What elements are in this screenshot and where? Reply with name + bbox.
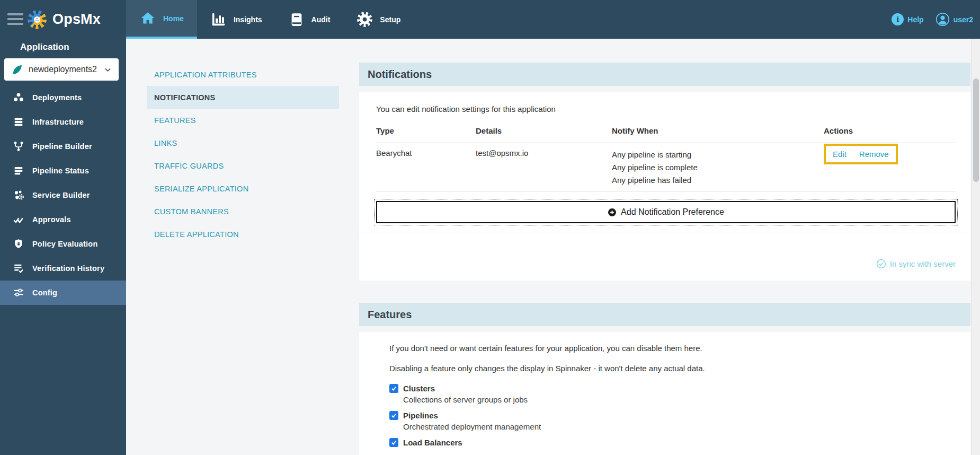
config-nav-label: APPLICATION ATTRIBUTES [154,71,257,79]
config-nav-custom-banners[interactable]: CUSTOM BANNERS [147,200,339,223]
add-notification-preference-button[interactable]: Add Notification Preference [376,201,956,223]
column-header-notify-when: Notify When [612,126,824,135]
top-navigation-bar: OpsMx Home Insights Audit [0,0,980,39]
tab-audit[interactable]: Audit [275,0,344,39]
features-section-header: Features [359,303,970,326]
sidebar-item-label: Pipeline Builder [32,142,92,151]
notification-table-row: Bearychat test@opsmx.io Any pipeline is … [376,143,956,191]
add-notification-preference-label: Add Notification Preference [621,207,724,217]
notification-details-cell: test@opsmx.io [476,148,612,187]
tab-audit-label: Audit [311,15,331,24]
config-nav-traffic-guards[interactable]: TRAFFIC GUARDS [147,154,339,177]
policy-evaluation-shield-icon [13,238,24,250]
feature-clusters: Clusters Collections of server groups or… [389,384,956,404]
sidebar: Application newdeployments2 Deployments … [0,39,126,455]
pipeline-status-icon [13,165,24,177]
service-builder-icon [13,189,24,201]
sidebar-item-label: Config [32,288,57,297]
sidebar-item-approvals[interactable]: Approvals [0,207,126,232]
sidebar-item-infrastructure[interactable]: Infrastructure [0,110,126,134]
check-icon [390,439,397,446]
notifications-intro: You can edit notification settings for t… [376,104,956,113]
config-nav-serialize-application[interactable]: SERIALIZE APPLICATION [147,177,339,200]
clusters-checkbox[interactable] [389,384,398,393]
application-selector-value: newdeployments2 [29,65,103,74]
application-leaf-icon [11,63,24,76]
sidebar-item-pipeline-status[interactable]: Pipeline Status [0,159,126,183]
help-button[interactable]: i Help [892,13,923,25]
home-icon [139,10,156,27]
feature-load-balancers: Load Balancers [389,438,956,447]
notify-when-line: Any pipeline is starting [612,148,824,161]
column-header-details: Details [476,126,612,135]
sidebar-item-config[interactable]: Config [0,281,126,305]
sidebar-item-label: Approvals [32,215,71,224]
user-menu[interactable]: user2 [936,12,973,27]
feature-label: Load Balancers [403,438,462,447]
remove-notification-link[interactable]: Remove [859,150,889,159]
tab-insights-label: Insights [234,15,262,24]
plus-circle-icon [608,208,617,217]
tab-setup[interactable]: Setup [343,0,414,39]
config-nav-delete-application[interactable]: DELETE APPLICATION [147,223,339,246]
scrollbar-thumb[interactable] [973,78,979,182]
feature-pipelines: Pipelines Orchestrated deployment manage… [389,411,956,431]
feature-label: Clusters [403,384,435,393]
sidebar-item-label: Service Builder [32,191,90,199]
features-section-title: Features [368,309,412,321]
chevron-down-icon [103,65,112,74]
sidebar-item-policy-evaluation[interactable]: Policy Evaluation [0,232,126,256]
config-section-nav: APPLICATION ATTRIBUTES NOTIFICATIONS FEA… [147,63,339,246]
notify-when-line: Any pipeline is complete [612,161,824,174]
config-nav-label: LINKS [154,139,177,147]
annotation-highlight-box: Edit Remove [824,144,898,164]
info-icon: i [892,13,904,25]
application-selector-dropdown[interactable]: newdeployments2 [4,58,119,81]
sidebar-menu: Deployments Infrastructure Pipeline Buil… [0,85,126,305]
check-circle-icon [876,259,886,269]
approvals-double-check-icon [13,214,24,225]
pipelines-checkbox[interactable] [389,411,398,420]
notifications-section-title: Notifications [368,68,432,81]
feature-label: Pipelines [403,411,438,420]
config-nav-notifications[interactable]: NOTIFICATIONS [147,86,339,109]
config-sliders-icon [13,287,24,299]
config-nav-links[interactable]: LINKS [147,132,339,154]
features-card: If you don't need or want certain featur… [359,332,970,455]
sidebar-item-label: Pipeline Status [32,167,89,175]
notifications-card: You can edit notification settings for t… [359,92,970,281]
tab-home-label: Home [163,14,184,23]
config-panels: Notifications You can edit notification … [359,63,970,455]
sidebar-item-label: Deployments [32,93,82,102]
help-label: Help [907,15,923,24]
sidebar-item-pipeline-builder[interactable]: Pipeline Builder [0,134,126,159]
sidebar-item-verification-history[interactable]: Verification History [0,256,126,281]
check-icon [390,412,397,419]
topnav-right: i Help user2 [892,0,973,39]
config-nav-label: NOTIFICATIONS [154,93,216,102]
tab-insights[interactable]: Insights [197,0,275,39]
deployments-icon [13,92,24,103]
username-label: user2 [954,15,973,24]
tab-home[interactable]: Home [126,0,197,39]
features-intro-line2: Disabling a feature only changes the dis… [389,364,956,373]
config-nav-features[interactable]: FEATURES [147,109,339,132]
feature-description: Orchestrated deployment management [403,422,956,431]
notification-notify-when-cell: Any pipeline is starting Any pipeline is… [612,148,824,187]
config-nav-label: DELETE APPLICATION [154,230,239,239]
sidebar-item-label: Verification History [32,264,104,273]
infrastructure-icon [13,116,24,128]
load-balancers-checkbox[interactable] [389,438,398,447]
sidebar-item-service-builder[interactable]: Service Builder [0,183,126,207]
notification-actions-cell: Edit Remove [824,148,956,187]
notification-type-cell: Bearychat [376,148,476,187]
sidebar-item-deployments[interactable]: Deployments [0,85,126,110]
pipeline-builder-icon [13,141,24,152]
config-nav-application-attributes[interactable]: APPLICATION ATTRIBUTES [147,63,339,86]
sync-status: In sync with server [376,232,956,281]
feature-description: Collections of server groups or jobs [403,395,956,404]
edit-notification-link[interactable]: Edit [833,150,847,159]
config-nav-label: TRAFFIC GUARDS [154,162,224,170]
tab-setup-label: Setup [380,15,400,24]
hamburger-menu-icon[interactable] [7,13,23,28]
